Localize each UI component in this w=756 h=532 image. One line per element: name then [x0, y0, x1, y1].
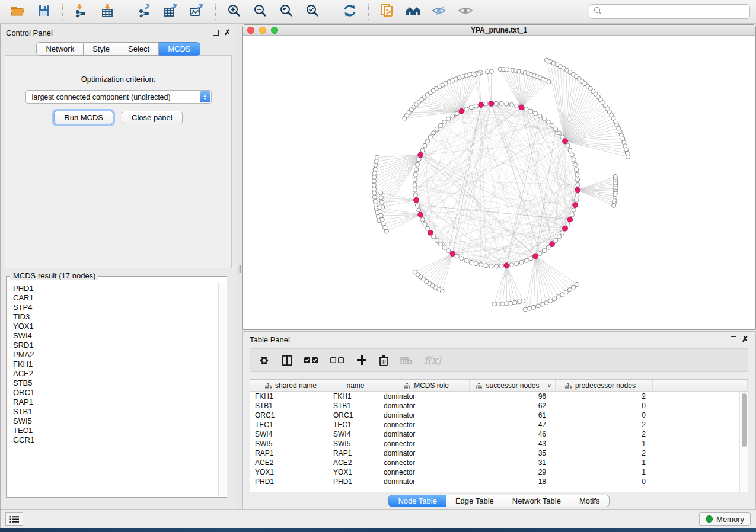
zoom-in-button[interactable]	[222, 2, 246, 21]
float-table-panel-icon[interactable]	[731, 336, 736, 342]
network-canvas[interactable]	[243, 36, 755, 329]
table-row[interactable]: ORC1ORC1dominator610	[250, 411, 748, 420]
delete-column-icon[interactable]	[379, 355, 388, 366]
table-cell: YOX1	[327, 468, 378, 476]
table-row[interactable]: RAP1RAP1dominator352	[250, 448, 748, 458]
mcds-result-item[interactable]: STP4	[13, 303, 217, 312]
settings-gear-icon[interactable]	[259, 355, 270, 366]
mcds-result-item[interactable]: SWI4	[13, 331, 217, 341]
tab-style[interactable]: Style	[84, 42, 119, 56]
node-table-header: shared name name MCDS role successor nod…	[250, 380, 748, 392]
mcds-result-item[interactable]: ACE2	[13, 369, 217, 379]
show-all-button[interactable]	[454, 2, 477, 21]
close-table-panel-icon[interactable]: ✗	[742, 336, 748, 342]
mcds-result-item[interactable]: RAP1	[13, 398, 217, 407]
tab-network-table[interactable]: Network Table	[503, 495, 570, 507]
tab-select[interactable]: Select	[119, 42, 159, 56]
mcds-result-item[interactable]: FKH1	[13, 360, 217, 369]
table-cell: SWI5	[327, 440, 378, 448]
mcds-result-item[interactable]: STB1	[13, 407, 217, 416]
table-cell: 0	[556, 402, 653, 410]
mcds-result-item[interactable]: STB5	[13, 379, 217, 388]
tab-mcds[interactable]: MCDS	[159, 42, 200, 56]
task-history-button[interactable]	[5, 512, 23, 526]
select-all-checkboxes-icon[interactable]	[304, 357, 318, 364]
criterion-dropdown[interactable]: largest connected component (undirected)…	[25, 90, 212, 104]
close-panel-icon[interactable]: ✗	[224, 30, 231, 36]
column-namespace-icon	[565, 383, 572, 389]
table-cell: FKH1	[250, 392, 327, 400]
table-row[interactable]: ACE2ACE2connector311	[250, 458, 748, 467]
column-header-mcds-role[interactable]: MCDS role	[378, 380, 470, 391]
zoom-fit-button[interactable]	[275, 2, 298, 21]
tab-edge-table[interactable]: Edge Table	[446, 495, 503, 507]
open-file-button[interactable]	[6, 2, 30, 21]
toolbar-separator	[126, 4, 126, 20]
export-image-button[interactable]	[185, 2, 209, 21]
splitter-handle-icon[interactable]	[238, 265, 241, 273]
tab-network[interactable]: Network	[36, 42, 84, 56]
search-input[interactable]	[605, 7, 745, 17]
mcds-result-item[interactable]: TID3	[13, 312, 217, 322]
export-network-button[interactable]	[133, 2, 157, 21]
network-window-titlebar[interactable]: YPA_prune.txt_1	[243, 25, 755, 36]
mcds-result-item[interactable]: PMA2	[13, 350, 217, 360]
deselect-all-checkboxes-icon[interactable]	[330, 357, 344, 364]
desktop-edge	[0, 24, 1, 528]
copy-network-button[interactable]	[375, 2, 399, 21]
mcds-result-item[interactable]: CAR1	[13, 293, 217, 303]
mcds-result-item[interactable]: PHD1	[13, 284, 217, 293]
column-header-shared-name[interactable]: shared name	[250, 380, 327, 391]
zoom-out-button[interactable]	[248, 2, 272, 21]
table-cell: 2	[556, 392, 653, 400]
tab-node-table[interactable]: Node Table	[388, 495, 446, 507]
node-table: shared name name MCDS role successor nod…	[250, 379, 748, 492]
refresh-button[interactable]	[338, 2, 362, 21]
import-network-button[interactable]	[69, 2, 93, 21]
mcds-result-item[interactable]: ORC1	[13, 388, 217, 398]
table-row[interactable]: STB1STB1dominator620	[250, 401, 748, 411]
import-table-button[interactable]	[95, 2, 119, 21]
export-table-button[interactable]	[159, 2, 183, 21]
criterion-value: largest connected component (undirected)	[32, 93, 171, 101]
run-mcds-button[interactable]: Run MCDS	[54, 111, 113, 124]
memory-button[interactable]: Memory	[699, 512, 751, 526]
close-panel-button[interactable]: Close panel	[122, 111, 183, 124]
column-header-successor-nodes[interactable]: successor nodes ∨	[470, 380, 556, 391]
table-row[interactable]: TEC1TEC1connector472	[250, 420, 748, 430]
mcds-result-item[interactable]: SRD1	[13, 341, 217, 350]
tab-motifs[interactable]: Motifs	[570, 495, 610, 507]
table-cell: dominator	[378, 411, 470, 419]
mcds-tab-body: Optimization criterion: largest connecte…	[5, 55, 232, 268]
table-row[interactable]: FKH1FKH1dominator962	[250, 392, 748, 401]
float-panel-icon[interactable]	[213, 30, 219, 36]
table-row[interactable]: PHD1PHD1dominator180	[250, 477, 748, 486]
table-scrollbar-thumb[interactable]	[742, 393, 747, 447]
hide-selected-button[interactable]	[428, 2, 451, 21]
table-cell: ORC1	[250, 411, 327, 419]
zoom-selected-button[interactable]	[301, 2, 324, 21]
column-header-predecessor-nodes[interactable]: predecessor nodes	[556, 380, 653, 391]
table-cell: dominator	[378, 392, 470, 400]
show-column-panel-icon[interactable]	[282, 355, 292, 366]
table-row[interactable]: SWI5SWI5connector431	[250, 439, 748, 448]
mcds-result-item[interactable]: SWI5	[13, 416, 217, 426]
search-box[interactable]	[589, 4, 750, 19]
save-session-button[interactable]	[32, 2, 56, 21]
mcds-result-item[interactable]: TEC1	[13, 426, 217, 435]
mcds-list-scrollbar[interactable]	[218, 283, 226, 496]
table-row[interactable]: SWI4SWI4dominator462	[250, 430, 748, 439]
desktop-wallpaper-strip	[0, 528, 756, 532]
first-neighbors-button[interactable]	[401, 2, 425, 21]
mcds-result-item[interactable]: YOX1	[13, 322, 217, 331]
panel-splitter[interactable]	[237, 24, 242, 509]
export-table-icon	[163, 4, 178, 20]
table-scrollbar[interactable]	[739, 392, 748, 492]
add-column-icon[interactable]	[356, 355, 367, 366]
mcds-result-item[interactable]: GCR1	[13, 435, 217, 445]
table-row[interactable]: YOX1YOX1connector291	[250, 467, 748, 477]
optimization-criterion-label: Optimization criterion:	[5, 75, 231, 84]
table-cell: 29	[470, 468, 556, 476]
sort-indicator-icon[interactable]: ∨	[547, 382, 551, 389]
column-header-name[interactable]: name	[327, 380, 378, 391]
